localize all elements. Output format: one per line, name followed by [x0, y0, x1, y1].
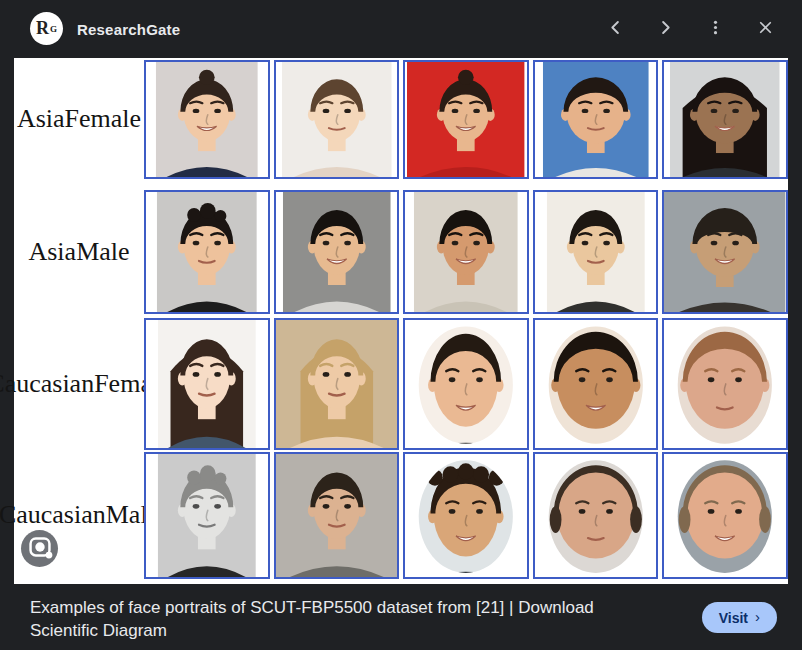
more-vert-icon	[706, 18, 725, 41]
logo-letter: R	[36, 18, 49, 39]
previous-image-button[interactable]	[604, 18, 626, 40]
more-options-button[interactable]	[704, 18, 726, 40]
face-row	[144, 190, 788, 314]
face-photo	[403, 60, 529, 179]
face-photo	[144, 318, 270, 450]
figure-image[interactable]: AsiaFemale	[14, 58, 788, 584]
face-photo	[144, 452, 270, 579]
face-photo	[533, 60, 659, 179]
viewer-controls	[604, 0, 776, 58]
face-photo	[662, 190, 788, 314]
viewer-topbar: RG ResearchGate	[14, 0, 802, 58]
face-row	[144, 318, 788, 450]
face-row	[144, 60, 788, 179]
face-photo	[662, 318, 788, 450]
face-photo	[144, 60, 270, 179]
face-photo	[533, 318, 659, 450]
image-viewer: RG ResearchGate AsiaFemale	[0, 0, 802, 650]
face-photo	[274, 318, 400, 450]
face-photo	[403, 318, 529, 450]
row-label-caucasian-female: CaucasianFemale	[14, 318, 144, 450]
researchgate-logo-icon: RG	[30, 12, 63, 45]
google-lens-button[interactable]	[21, 530, 58, 567]
visit-button-label: Visit	[719, 610, 748, 626]
face-photo	[403, 190, 529, 314]
source-site-title: ResearchGate	[77, 0, 180, 58]
chevron-left-icon	[606, 18, 625, 41]
face-photo	[274, 452, 400, 579]
face-photo	[533, 190, 659, 314]
face-photo	[274, 60, 400, 179]
visit-button[interactable]: Visit ›	[702, 602, 777, 633]
logo-superscript: G	[50, 24, 57, 34]
chevron-right-icon	[656, 18, 675, 41]
next-image-button[interactable]	[654, 18, 676, 40]
face-row	[144, 452, 788, 579]
row-label-asia-male: AsiaMale	[14, 190, 144, 314]
close-icon	[756, 18, 775, 41]
close-viewer-button[interactable]	[754, 18, 776, 40]
face-photo	[144, 190, 270, 314]
visit-chevron-icon: ›	[755, 608, 760, 625]
face-photo	[403, 452, 529, 579]
image-caption-link[interactable]: Examples of face portraits of SCUT-FBP55…	[30, 597, 660, 643]
google-lens-icon	[23, 530, 57, 568]
face-photo	[662, 60, 788, 179]
face-photo	[662, 452, 788, 579]
face-photo	[274, 190, 400, 314]
face-photo	[533, 452, 659, 579]
row-label-asia-female: AsiaFemale	[14, 60, 144, 179]
